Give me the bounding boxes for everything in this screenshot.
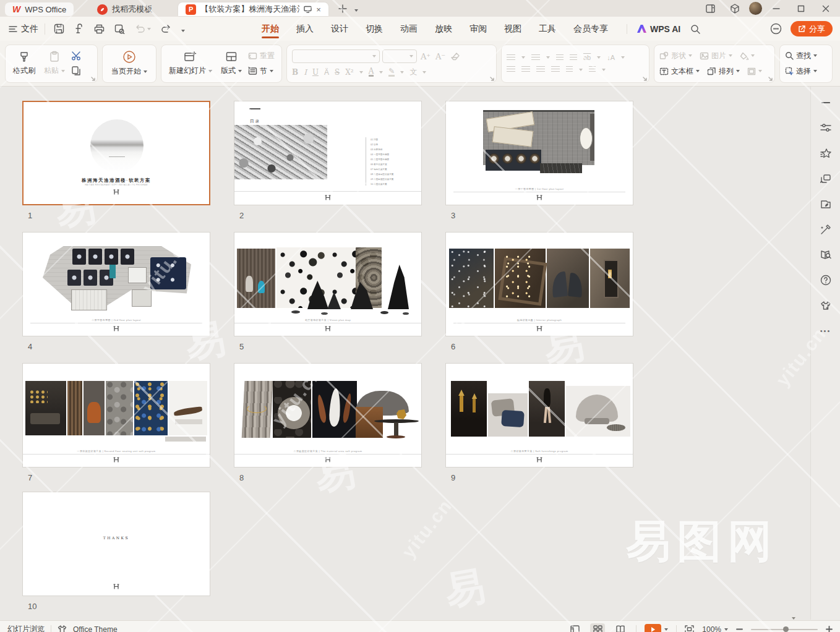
slide-thumbnail-10[interactable]: THANKS xyxy=(22,492,210,596)
tab-active-document[interactable]: P 【软装方案】株洲海天渔港酒… × xyxy=(178,2,328,16)
slide-cell-4[interactable]: 二层平面布置图 | 2nd floor plan layout 4 xyxy=(22,232,210,351)
bold-icon: B xyxy=(292,68,298,77)
play-from-current-button[interactable]: 当页开始 xyxy=(109,50,150,77)
search-icon[interactable] xyxy=(690,24,700,34)
share-button[interactable]: 分享 xyxy=(791,21,833,36)
slide-cell-8[interactable]: 二层散座区软装方案 | The material area soft progr… xyxy=(234,363,422,482)
font-name-combo[interactable] xyxy=(292,49,380,63)
theme-name[interactable]: Office Theme xyxy=(73,625,118,632)
group-expander-icon[interactable] xyxy=(643,77,647,81)
menu-member[interactable]: 会员专享 xyxy=(565,19,617,40)
slide-sorter-view-icon[interactable] xyxy=(590,623,605,632)
reading-view-icon[interactable] xyxy=(613,623,628,632)
menu-view[interactable]: 视图 xyxy=(495,19,530,40)
slide-thumbnail-8[interactable]: 二层散座区软装方案 | The material area soft progr… xyxy=(234,363,422,468)
menu-review[interactable]: 审阅 xyxy=(461,19,495,40)
print-preview-icon[interactable] xyxy=(114,24,125,34)
wps-ai-button[interactable]: WPS AI xyxy=(627,24,680,34)
more-icon[interactable]: ••• xyxy=(818,323,833,338)
menu-insert[interactable]: 插入 xyxy=(288,19,322,40)
file-menu[interactable]: 文件 xyxy=(0,23,45,35)
group-expander-icon[interactable] xyxy=(490,77,494,81)
zoom-in-button[interactable] xyxy=(826,626,833,632)
navigate-search-icon[interactable] xyxy=(818,247,833,262)
docer-resources-icon[interactable] xyxy=(818,197,833,211)
new-tab-button[interactable] xyxy=(338,4,347,13)
find-button[interactable]: 查找 xyxy=(785,51,817,61)
section-button[interactable]: 节 xyxy=(248,66,275,77)
slide-cell-1[interactable]: 株洲海天渔港酒楼·软装方案 HAITIAN RESTAURANT SOFT IN… xyxy=(22,101,210,220)
layout-button[interactable]: 版式 xyxy=(218,51,244,76)
menu-design[interactable]: 设计 xyxy=(322,19,357,40)
format-painter-button[interactable]: 格式刷 xyxy=(11,51,38,76)
slide-cell-6[interactable]: 精选软装元素 | Interior photograph 6 xyxy=(445,232,633,351)
group-expander-icon[interactable] xyxy=(91,77,95,81)
redo-icon[interactable] xyxy=(161,25,171,33)
slide-cell-3[interactable]: 一层平面布置图 | 1st floor plan layout 3 xyxy=(445,101,633,220)
zoom-dropdown[interactable] xyxy=(724,628,728,631)
slide-thumbnail-5[interactable]: 前厅装饰软装方案 | Vision plan map xyxy=(234,232,422,336)
slide-thumbnail-4[interactable]: 二层平面布置图 | 2nd floor plan layout xyxy=(22,232,210,336)
picture-icon xyxy=(700,52,709,60)
slide-thumbnail-3[interactable]: 一层平面布置图 | 1st floor plan layout xyxy=(445,101,633,205)
play-slideshow-button[interactable] xyxy=(645,624,661,632)
zoom-out-button[interactable] xyxy=(736,626,743,632)
highlight-icon: ✎ xyxy=(388,68,395,77)
isometric-cube-icon[interactable] xyxy=(724,1,745,16)
minimize-button[interactable] xyxy=(766,1,787,16)
slide-thumbnail-7[interactable]: 一层休闲区软装方案 | Second floor seating unit so… xyxy=(22,363,210,468)
export-pdf-icon[interactable] xyxy=(74,23,84,34)
close-window-button[interactable] xyxy=(815,1,836,16)
skin-theme-icon[interactable] xyxy=(818,298,833,313)
font-size-combo[interactable] xyxy=(382,49,417,63)
presentation-mode-icon[interactable] xyxy=(304,6,312,13)
maximize-button[interactable] xyxy=(791,1,812,16)
numbering-icon xyxy=(531,54,540,61)
menu-tools[interactable]: 工具 xyxy=(530,19,565,40)
slide-cell-5[interactable]: 前厅装饰软装方案 | Vision plan map 5 xyxy=(234,232,422,351)
animation-pane-icon[interactable] xyxy=(818,171,833,186)
kitchen-block xyxy=(128,267,147,283)
cut-icon[interactable] xyxy=(71,51,82,61)
print-icon[interactable] xyxy=(94,24,105,34)
group-expander-icon[interactable] xyxy=(768,77,773,81)
menu-animation[interactable]: 动画 xyxy=(392,19,426,40)
slide-cell-9[interactable]: 二层软装布置方案 | Soft furnishings program 9 xyxy=(445,363,633,482)
copy-icon[interactable] xyxy=(71,66,82,76)
slide-thumbnail-9[interactable]: 二层软装布置方案 | Soft furnishings program xyxy=(445,363,633,468)
tab-wps-office[interactable]: W WPS Office xyxy=(5,2,74,16)
play-options-dropdown[interactable] xyxy=(664,628,668,631)
quickbar-more-icon[interactable] xyxy=(181,23,185,35)
play-circle-icon xyxy=(122,50,136,64)
new-features-icon[interactable] xyxy=(818,146,833,161)
smart-beautify-icon[interactable] xyxy=(818,222,833,237)
save-icon[interactable] xyxy=(54,23,64,34)
avatar[interactable] xyxy=(749,2,762,15)
close-tab-icon[interactable]: × xyxy=(316,5,321,14)
zoom-slider-knob[interactable] xyxy=(783,626,789,632)
menu-home[interactable]: 开始 xyxy=(253,19,288,40)
zoom-slider[interactable] xyxy=(751,629,818,630)
split-screen-icon[interactable] xyxy=(700,1,721,16)
normal-view-icon[interactable] xyxy=(567,623,582,632)
tab-list-dropdown[interactable] xyxy=(354,3,358,14)
slide-sorter-canvas[interactable]: 株洲海天渔港酒楼·软装方案 HAITIAN RESTAURANT SOFT IN… xyxy=(0,87,810,620)
wps-presentation-window: W WPS Office 找稻壳模板 P 【软装方案】株洲海天渔港酒… × xyxy=(0,0,840,632)
select-button[interactable]: 选择 xyxy=(785,66,817,77)
new-slide-button[interactable]: 新建幻灯片 xyxy=(166,51,215,76)
fit-to-window-icon[interactable] xyxy=(685,625,694,632)
slide-thumbnail-1[interactable]: 株洲海天渔港酒楼·软装方案 HAITIAN RESTAURANT SOFT IN… xyxy=(22,101,210,205)
properties-icon[interactable] xyxy=(818,121,833,135)
help-icon[interactable] xyxy=(818,273,833,288)
sticker-feedback-icon[interactable] xyxy=(770,23,782,35)
slide-cell-2[interactable]: 目录 contents 01 封面02 目录03 元素提炼 04 一层平面示意图… xyxy=(234,101,422,220)
collapse-sidebar-icon[interactable] xyxy=(818,95,833,110)
slide-cell-7[interactable]: 一层休闲区软装方案 | Second floor seating unit so… xyxy=(22,363,210,482)
slide-thumbnail-2[interactable]: 目录 contents 01 封面02 目录03 元素提炼 04 一层平面示意图… xyxy=(234,101,422,205)
slide-thumbnail-6[interactable]: 精选软装元素 | Interior photograph xyxy=(445,232,633,336)
zoom-level[interactable]: 100% xyxy=(702,625,721,632)
tab-docer-templates[interactable]: 找稻壳模板 xyxy=(90,2,160,16)
menu-transition[interactable]: 切换 xyxy=(357,19,392,40)
slide-cell-10[interactable]: THANKS 10 xyxy=(22,492,210,611)
menu-slideshow[interactable]: 放映 xyxy=(426,19,461,40)
